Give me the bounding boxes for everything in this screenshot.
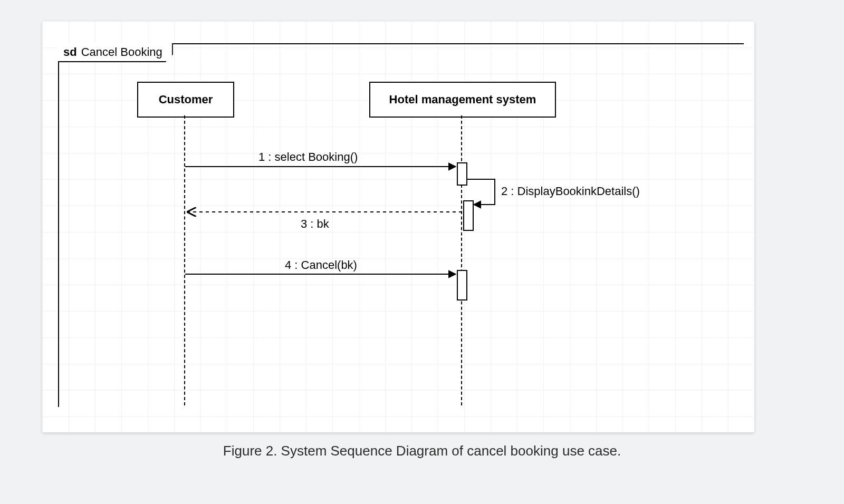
activation-cancel (457, 270, 467, 301)
participant-hotel-management-system: Hotel management system (369, 82, 556, 118)
page: sd Cancel Booking Customer Hotel managem… (0, 0, 844, 504)
message-1-label: 1 : select Booking() (258, 150, 358, 164)
sd-keyword: sd (63, 45, 77, 59)
message-3-label: 3 : bk (301, 217, 329, 231)
sd-title: Cancel Booking (81, 45, 162, 59)
diagram-sheet: sd Cancel Booking Customer Hotel managem… (42, 21, 754, 432)
participant-customer-label: Customer (159, 93, 213, 106)
figure-caption: Figure 2. System Sequence Diagram of can… (0, 443, 844, 459)
participant-hotel-label: Hotel management system (389, 93, 536, 106)
activation-display-booking-details (463, 200, 474, 231)
message-4-label: 4 : Cancel(bk) (285, 258, 357, 272)
message-2-label: 2 : DisplayBookinkDetails() (501, 185, 640, 198)
lifeline-hotel (461, 115, 462, 405)
sd-frame-border-left (58, 43, 59, 407)
activation-select-booking (457, 162, 467, 186)
participant-customer: Customer (137, 82, 234, 118)
sd-frame-label: sd Cancel Booking (58, 43, 173, 62)
lifeline-customer (184, 115, 185, 405)
